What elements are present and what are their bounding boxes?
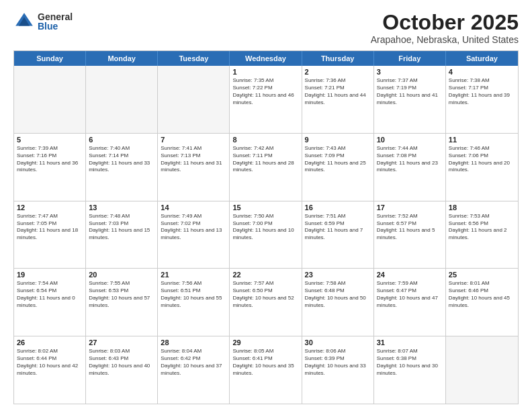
cell-info: Sunrise: 7:48 AM Sunset: 7:03 PM Dayligh… [89, 213, 154, 242]
day-number: 12 [17, 203, 83, 212]
calendar-header: SundayMondayTuesdayWednesdayThursdayFrid… [14, 51, 518, 66]
logo: General Blue [13, 11, 73, 32]
calendar-cell: 4Sunrise: 7:38 AM Sunset: 7:17 PM Daylig… [446, 66, 518, 133]
day-number: 13 [89, 203, 154, 212]
calendar-cell: 23Sunrise: 7:58 AM Sunset: 6:48 PM Dayli… [302, 269, 374, 336]
weekday-header: Friday [374, 51, 446, 66]
day-number: 1 [232, 68, 298, 76]
day-number: 5 [17, 136, 83, 144]
logo-text: General Blue [38, 12, 73, 31]
day-number: 17 [377, 203, 443, 212]
calendar-cell: 19Sunrise: 7:54 AM Sunset: 6:54 PM Dayli… [14, 269, 86, 336]
cell-info: Sunrise: 8:02 AM Sunset: 6:44 PM Dayligh… [17, 348, 83, 377]
calendar-cell: 5Sunrise: 7:39 AM Sunset: 7:16 PM Daylig… [14, 134, 86, 201]
month-title: October 2025 [371, 11, 519, 34]
calendar-cell [158, 66, 230, 133]
cell-info: Sunrise: 7:51 AM Sunset: 6:59 PM Dayligh… [305, 213, 371, 242]
calendar-cell: 10Sunrise: 7:44 AM Sunset: 7:08 PM Dayli… [374, 134, 446, 201]
weekday-header: Thursday [302, 51, 374, 66]
calendar-cell: 25Sunrise: 8:01 AM Sunset: 6:46 PM Dayli… [446, 269, 518, 336]
cell-info: Sunrise: 8:05 AM Sunset: 6:41 PM Dayligh… [232, 348, 298, 377]
day-number: 10 [377, 136, 443, 144]
cell-info: Sunrise: 7:46 AM Sunset: 7:06 PM Dayligh… [449, 145, 515, 174]
cell-info: Sunrise: 7:41 AM Sunset: 7:13 PM Dayligh… [161, 145, 226, 174]
calendar-row: 19Sunrise: 7:54 AM Sunset: 6:54 PM Dayli… [14, 268, 518, 336]
day-number: 18 [449, 203, 515, 212]
day-number: 15 [232, 203, 298, 212]
title-block: October 2025 Arapahoe, Nebraska, United … [371, 11, 519, 45]
day-number: 31 [377, 338, 443, 347]
cell-info: Sunrise: 7:49 AM Sunset: 7:02 PM Dayligh… [161, 213, 226, 242]
calendar-cell: 11Sunrise: 7:46 AM Sunset: 7:06 PM Dayli… [446, 134, 518, 201]
calendar-cell: 12Sunrise: 7:47 AM Sunset: 7:05 PM Dayli… [14, 201, 86, 269]
calendar-cell: 6Sunrise: 7:40 AM Sunset: 7:14 PM Daylig… [86, 134, 158, 201]
header: General Blue October 2025 Arapahoe, Nebr… [13, 11, 519, 45]
day-number: 9 [305, 136, 371, 144]
calendar-cell: 16Sunrise: 7:51 AM Sunset: 6:59 PM Dayli… [302, 201, 374, 269]
cell-info: Sunrise: 7:54 AM Sunset: 6:54 PM Dayligh… [17, 280, 83, 309]
calendar-cell [14, 66, 86, 133]
cell-info: Sunrise: 7:42 AM Sunset: 7:11 PM Dayligh… [232, 145, 298, 174]
cell-info: Sunrise: 7:56 AM Sunset: 6:51 PM Dayligh… [161, 280, 226, 309]
calendar-cell: 18Sunrise: 7:53 AM Sunset: 6:56 PM Dayli… [446, 201, 518, 269]
day-number: 29 [232, 338, 298, 347]
cell-info: Sunrise: 8:06 AM Sunset: 6:39 PM Dayligh… [305, 348, 371, 377]
calendar-cell: 31Sunrise: 8:07 AM Sunset: 6:38 PM Dayli… [374, 336, 446, 404]
day-number: 19 [17, 271, 83, 279]
calendar-cell: 7Sunrise: 7:41 AM Sunset: 7:13 PM Daylig… [158, 134, 230, 201]
day-number: 11 [449, 136, 515, 144]
calendar-cell [86, 66, 158, 133]
weekday-header: Wednesday [230, 51, 302, 66]
cell-info: Sunrise: 7:36 AM Sunset: 7:21 PM Dayligh… [305, 77, 371, 106]
day-number: 4 [449, 68, 515, 76]
day-number: 14 [161, 203, 226, 212]
calendar-cell: 28Sunrise: 8:04 AM Sunset: 6:42 PM Dayli… [158, 336, 230, 404]
calendar-row: 5Sunrise: 7:39 AM Sunset: 7:16 PM Daylig… [14, 133, 518, 201]
calendar-cell: 27Sunrise: 8:03 AM Sunset: 6:43 PM Dayli… [86, 336, 158, 404]
calendar-cell: 1Sunrise: 7:35 AM Sunset: 7:22 PM Daylig… [230, 66, 302, 133]
calendar-cell: 2Sunrise: 7:36 AM Sunset: 7:21 PM Daylig… [302, 66, 374, 133]
day-number: 16 [305, 203, 371, 212]
weekday-header: Monday [86, 51, 158, 66]
cell-info: Sunrise: 7:52 AM Sunset: 6:57 PM Dayligh… [377, 213, 443, 242]
day-number: 22 [232, 271, 298, 279]
calendar-cell: 15Sunrise: 7:50 AM Sunset: 7:00 PM Dayli… [230, 201, 302, 269]
day-number: 3 [377, 68, 443, 76]
location: Arapahoe, Nebraska, United States [371, 34, 519, 45]
weekday-header: Tuesday [158, 51, 230, 66]
day-number: 27 [89, 338, 154, 347]
day-number: 21 [161, 271, 226, 279]
calendar-row: 12Sunrise: 7:47 AM Sunset: 7:05 PM Dayli… [14, 201, 518, 269]
calendar-row: 1Sunrise: 7:35 AM Sunset: 7:22 PM Daylig… [14, 66, 518, 133]
logo-general-text: General [38, 12, 73, 21]
cell-info: Sunrise: 8:07 AM Sunset: 6:38 PM Dayligh… [377, 348, 443, 377]
cell-info: Sunrise: 7:47 AM Sunset: 7:05 PM Dayligh… [17, 213, 83, 242]
logo-blue-text: Blue [38, 21, 73, 31]
cell-info: Sunrise: 7:53 AM Sunset: 6:56 PM Dayligh… [449, 213, 515, 242]
cell-info: Sunrise: 8:03 AM Sunset: 6:43 PM Dayligh… [89, 348, 154, 377]
calendar: SundayMondayTuesdayWednesdayThursdayFrid… [13, 50, 519, 404]
calendar-body: 1Sunrise: 7:35 AM Sunset: 7:22 PM Daylig… [14, 66, 518, 404]
cell-info: Sunrise: 7:59 AM Sunset: 6:47 PM Dayligh… [377, 280, 443, 309]
day-number: 6 [89, 136, 154, 144]
day-number: 20 [89, 271, 154, 279]
cell-info: Sunrise: 7:50 AM Sunset: 7:00 PM Dayligh… [232, 213, 298, 242]
calendar-cell: 21Sunrise: 7:56 AM Sunset: 6:51 PM Dayli… [158, 269, 230, 336]
calendar-cell: 3Sunrise: 7:37 AM Sunset: 7:19 PM Daylig… [374, 66, 446, 133]
calendar-row: 26Sunrise: 8:02 AM Sunset: 6:44 PM Dayli… [14, 336, 518, 404]
calendar-cell: 24Sunrise: 7:59 AM Sunset: 6:47 PM Dayli… [374, 269, 446, 336]
cell-info: Sunrise: 7:44 AM Sunset: 7:08 PM Dayligh… [377, 145, 443, 174]
calendar-cell: 29Sunrise: 8:05 AM Sunset: 6:41 PM Dayli… [230, 336, 302, 404]
logo-icon [13, 11, 35, 32]
cell-info: Sunrise: 7:57 AM Sunset: 6:50 PM Dayligh… [232, 280, 298, 309]
calendar-cell: 8Sunrise: 7:42 AM Sunset: 7:11 PM Daylig… [230, 134, 302, 201]
calendar-cell: 26Sunrise: 8:02 AM Sunset: 6:44 PM Dayli… [14, 336, 86, 404]
cell-info: Sunrise: 7:35 AM Sunset: 7:22 PM Dayligh… [232, 77, 298, 106]
calendar-cell: 14Sunrise: 7:49 AM Sunset: 7:02 PM Dayli… [158, 201, 230, 269]
day-number: 25 [449, 271, 515, 279]
day-number: 24 [377, 271, 443, 279]
weekday-header: Saturday [446, 51, 518, 66]
cell-info: Sunrise: 7:43 AM Sunset: 7:09 PM Dayligh… [305, 145, 371, 174]
calendar-cell: 13Sunrise: 7:48 AM Sunset: 7:03 PM Dayli… [86, 201, 158, 269]
day-number: 26 [17, 338, 83, 347]
